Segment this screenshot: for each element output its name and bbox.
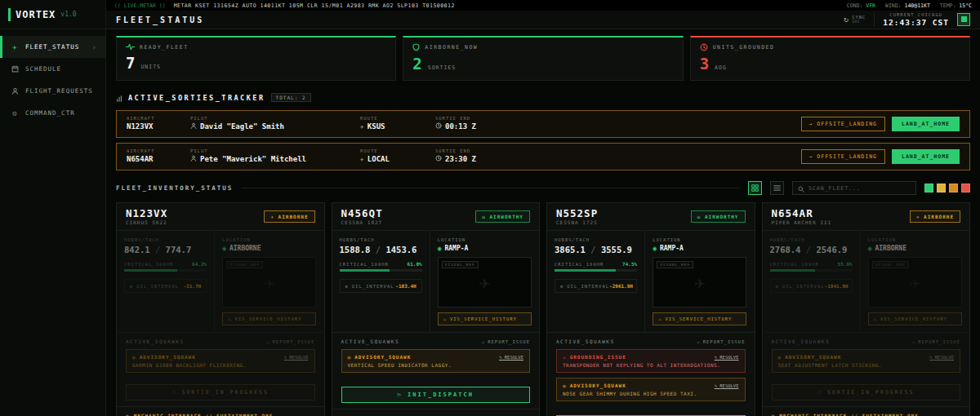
pulse-icon: [126, 43, 135, 51]
aircraft-model: CIRRUS SR22: [126, 219, 167, 225]
oil-interval-value: -2961.9H: [609, 283, 633, 289]
report-issue-link[interactable]: ⚠REPORT_ISSUE: [912, 339, 960, 344]
hobbs-label: HOBBS/TACH: [770, 237, 853, 242]
tail-number: N654AR: [772, 208, 832, 219]
status-badge: ◎ AIRWORTHY: [691, 210, 746, 223]
location-label: LOCATION: [868, 237, 962, 242]
resolve-link[interactable]: ✎ RESOLVE: [715, 383, 739, 388]
active-squawks-label: ACTIVE_SQUAWKS: [126, 339, 185, 344]
warning-icon: ⚠: [697, 339, 700, 344]
resolve-link[interactable]: ✎ RESOLVE: [715, 355, 739, 360]
report-issue-link[interactable]: ⚠REPORT_ISSUE: [697, 339, 745, 344]
tach-value: 3555.9: [601, 245, 632, 254]
sidebar-item-fleet-status[interactable]: ✈ FLEET_STATUS ›: [0, 36, 105, 58]
clock-alert-icon: [700, 43, 708, 51]
land-at-home-button[interactable]: LAND_AT_HOME: [892, 149, 960, 164]
service-history-link[interactable]: ⚠VIS_SERVICE_HISTORY: [868, 312, 962, 325]
squawk-description: GARMIN G1000 BACKLIGHT FLICKERING.: [132, 362, 309, 368]
squawk-item: ◎ADVISORY_SQUAWK ✎ RESOLVE VERTICAL SPEE…: [341, 349, 531, 373]
service-history-link[interactable]: ⚠VIS_SERVICE_HISTORY: [653, 312, 746, 325]
offsite-landing-button[interactable]: → OFFSITE_LANDING: [801, 117, 886, 131]
metar-ticker: (( LIVE.METAR )) METAR KSET 131654Z AUTO…: [106, 0, 980, 11]
plane-watermark-icon: ✈: [439, 258, 531, 307]
system-status-button[interactable]: [957, 13, 970, 26]
aircraft-photo: VISUAL_REF ✈: [653, 257, 746, 308]
grid-view-button[interactable]: [748, 181, 762, 195]
aircraft-label: AIRCRAFT: [127, 148, 190, 154]
filter-airborne[interactable]: [937, 184, 946, 193]
progress-fill: [124, 269, 177, 272]
sortie-pilot: Pete "Maverick" Mitchell: [200, 154, 306, 166]
resolve-link[interactable]: ✎ RESOLVE: [929, 355, 954, 360]
pilot-icon: [190, 122, 197, 132]
brand-logo: VORTEX v1.0: [0, 0, 105, 29]
aircraft-photo: VISUAL_REF ✈: [868, 257, 962, 308]
progress-track: [770, 269, 853, 272]
service-history-link[interactable]: ⚠VIS_SERVICE_HISTORY: [438, 312, 532, 325]
aircraft-photo: VISUAL_REF ✈: [222, 257, 316, 308]
offsite-landing-button[interactable]: → OFFSITE_LANDING: [801, 149, 886, 164]
resolve-link[interactable]: ✎ RESOLVE: [499, 355, 523, 360]
land-at-home-button[interactable]: LAND_AT_HOME: [892, 117, 960, 131]
sidebar-item-command-ctr[interactable]: ⚙ COMMAND_CTR: [0, 102, 105, 124]
filter-grounded[interactable]: [961, 184, 970, 193]
location-label: LOCATION: [653, 237, 746, 242]
filter-advisory[interactable]: [949, 184, 958, 193]
status-light-icon: [961, 16, 967, 22]
tail-number: N552SP: [556, 208, 598, 219]
pilot-label: PILOT: [190, 115, 360, 122]
location-value: RAMP-A: [444, 245, 468, 252]
brand-accent-bar: [8, 8, 11, 21]
critical-100hr-label: CRITICAL_100HR: [340, 262, 389, 267]
brand-name: VORTEX: [16, 9, 56, 20]
plane-watermark-icon: ✈: [869, 258, 961, 307]
brand-version: v1.0: [60, 11, 76, 18]
progress-fill: [770, 269, 816, 272]
service-history-link[interactable]: ⚠VIS_SERVICE_HISTORY: [222, 312, 316, 325]
location-label: LOCATION: [222, 237, 316, 242]
sync-button[interactable]: ↻ SYNC 10S: [844, 15, 866, 24]
sortie-aircraft: N123VX: [127, 122, 190, 133]
stat-unit: SORTIES: [428, 64, 456, 71]
report-issue-link[interactable]: ⚠REPORT_ISSUE: [482, 339, 530, 344]
hobbs-value: 1588.8: [340, 245, 371, 254]
page-title: FLEET_STATUS: [116, 15, 204, 24]
tach-value: 2546.9: [816, 245, 847, 254]
sidebar-nav: ✈ FLEET_STATUS › SCHEDULE FLIGHT_REQUEST…: [0, 29, 105, 124]
stat-airborne-now: AIRBORNE_NOW 2 SORTIES: [403, 36, 683, 81]
aircraft-photo: VISUAL_REF ✈: [438, 257, 532, 308]
sync-interval: 10S: [852, 20, 866, 24]
list-view-button[interactable]: [770, 181, 784, 195]
aircraft-card-n123vx: N123VX CIRRUS SR22 ✈ AIRBORNE HOBBS/TACH…: [116, 202, 325, 416]
main-area: (( LIVE.METAR )) METAR KSET 131654Z AUTO…: [106, 0, 980, 416]
jet-icon: ✈: [11, 43, 20, 51]
plane-watermark-icon: ✈: [223, 258, 315, 307]
hobbs-value: 842.1: [124, 245, 150, 254]
sortie-end-label: SORTIE END: [435, 115, 525, 122]
aircraft-model: PIPER ARCHER III: [772, 219, 832, 225]
sidebar-item-flight-requests[interactable]: FLIGHT_REQUESTS: [0, 80, 105, 102]
pilot-label: PILOT: [190, 148, 360, 154]
report-issue-link[interactable]: ⚠REPORT_ISSUE: [266, 339, 314, 344]
tail-number: N123VX: [126, 208, 167, 219]
sidebar-item-schedule[interactable]: SCHEDULE: [0, 58, 105, 80]
filter-airworthy[interactable]: [924, 184, 933, 193]
clock-time: 12:43:37 CST: [883, 18, 949, 27]
search-input[interactable]: [808, 185, 911, 192]
status-filters: [924, 184, 970, 193]
progress-fill: [340, 269, 390, 272]
aircraft-card-n654ar: N654AR PIPER ARCHER III ✈ AIRBORNE HOBBS…: [762, 202, 971, 416]
init-dispatch-button[interactable]: ▷ INIT_DISPATCH: [341, 387, 531, 403]
oil-interval-label: OIL_INTERVAL: [567, 284, 609, 289]
pilot-icon: [190, 155, 197, 165]
location-value: AIRBORNE: [875, 245, 906, 252]
stat-value: 7: [126, 54, 136, 72]
calendar-icon: [11, 65, 20, 73]
live-metar-label: (( LIVE.METAR )): [114, 2, 166, 9]
squawk-description: SEAT ADJUSTMENT LATCH STICKING.: [778, 362, 955, 368]
aircraft-model: CESSNA 182T: [341, 219, 383, 225]
location-dot-icon: ◉: [438, 245, 442, 252]
resolve-link[interactable]: ✎ RESOLVE: [284, 355, 309, 360]
tach-value: 774.7: [166, 245, 192, 254]
stat-value: 2: [412, 55, 422, 73]
